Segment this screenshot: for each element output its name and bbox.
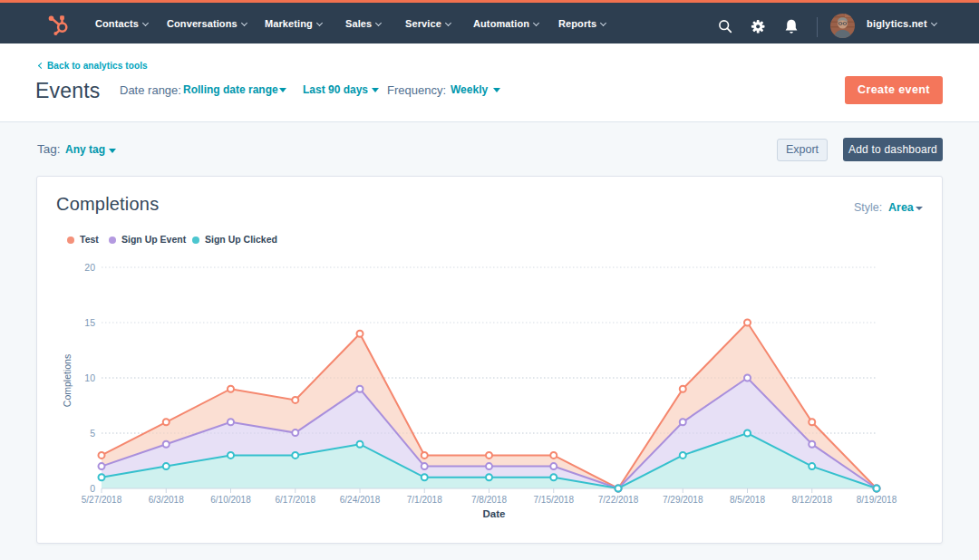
- svg-text:15: 15: [84, 317, 95, 328]
- svg-text:8/19/2018: 8/19/2018: [857, 495, 897, 505]
- svg-text:5/27/2018: 5/27/2018: [82, 495, 122, 505]
- svg-text:6/24/2018: 6/24/2018: [340, 495, 381, 505]
- svg-text:6/10/2018: 6/10/2018: [210, 495, 251, 505]
- svg-text:6/17/2018: 6/17/2018: [276, 495, 316, 505]
- svg-text:7/1/2018: 7/1/2018: [407, 495, 442, 505]
- svg-text:7/8/2018: 7/8/2018: [471, 495, 507, 505]
- svg-text:6/3/2018: 6/3/2018: [149, 495, 184, 505]
- svg-text:Completions: Completions: [62, 354, 73, 407]
- svg-text:8/5/2018: 8/5/2018: [730, 495, 765, 505]
- svg-text:10: 10: [84, 372, 95, 383]
- svg-text:Date: Date: [483, 508, 506, 519]
- svg-text:0: 0: [90, 483, 95, 494]
- svg-text:7/15/2018: 7/15/2018: [534, 495, 575, 505]
- svg-text:20: 20: [84, 262, 95, 273]
- svg-text:7/22/2018: 7/22/2018: [598, 495, 639, 505]
- svg-text:8/12/2018: 8/12/2018: [792, 495, 833, 505]
- svg-text:7/29/2018: 7/29/2018: [663, 495, 703, 505]
- svg-text:5: 5: [90, 428, 95, 439]
